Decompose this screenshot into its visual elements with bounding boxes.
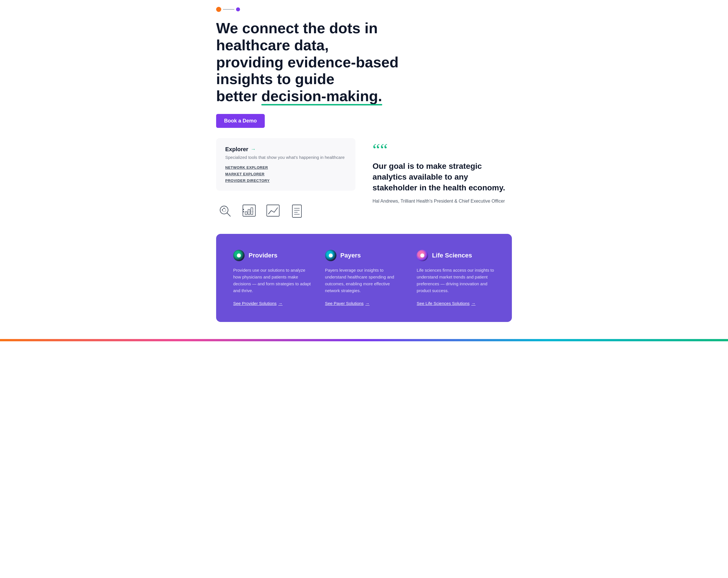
trend-line-svg xyxy=(266,204,280,219)
main-content-area: Explorer → Specialized tools that show y… xyxy=(216,138,512,220)
svg-rect-13 xyxy=(292,205,302,217)
svg-point-10 xyxy=(243,209,244,210)
search-analytics-svg xyxy=(218,204,233,219)
providers-header: Providers xyxy=(233,250,311,261)
explorer-title-row: Explorer → xyxy=(225,146,346,153)
dots-connector xyxy=(216,0,512,12)
quote-text: Our goal is to make strategic analytics … xyxy=(372,161,512,193)
provider-directory-link[interactable]: PROVIDER DIRECTORY xyxy=(225,178,346,183)
document-icon[interactable] xyxy=(288,202,306,220)
quote-marks: ““ xyxy=(372,143,512,156)
chart-bar-svg xyxy=(242,204,257,219)
see-payer-solutions-link[interactable]: See Payer Solutions → xyxy=(325,301,370,306)
market-explorer-link[interactable]: MARKET EXPLORER xyxy=(225,172,346,176)
headline-line1: We connect the dots in healthcare data, xyxy=(216,20,378,53)
svg-rect-7 xyxy=(248,210,250,215)
svg-line-1 xyxy=(227,213,230,216)
payers-column: Payers Payers leverage our insights to u… xyxy=(325,250,403,306)
chart-bar-icon[interactable] xyxy=(240,202,258,220)
payers-header: Payers xyxy=(325,250,403,261)
life-sciences-header: Life Sciences xyxy=(417,250,495,261)
payers-inner-dot xyxy=(329,253,333,257)
providers-icon xyxy=(233,250,244,261)
headline-underline: decision-making. xyxy=(261,88,382,104)
providers-link-arrow: → xyxy=(279,301,283,306)
footer-gradient-bar xyxy=(0,339,728,341)
quote-section: ““ Our goal is to make strategic analyti… xyxy=(372,138,512,204)
quote-author: Hal Andrews, Trilliant Health’s Presiden… xyxy=(372,199,512,204)
see-payer-solutions-text: See Payer Solutions xyxy=(325,301,364,306)
icons-row xyxy=(216,202,356,220)
see-provider-solutions-link[interactable]: See Provider Solutions → xyxy=(233,301,283,306)
see-life-sciences-solutions-link[interactable]: See Life Sciences Solutions → xyxy=(417,301,475,306)
payers-title: Payers xyxy=(340,252,361,259)
headline-line3-plain: better xyxy=(216,88,261,104)
see-life-sciences-solutions-text: See Life Sciences Solutions xyxy=(417,301,469,306)
explorer-card: Explorer → Specialized tools that show y… xyxy=(216,138,356,191)
payers-icon xyxy=(325,250,336,261)
svg-rect-12 xyxy=(267,205,279,216)
main-headline: We connect the dots in healthcare data, … xyxy=(216,20,438,105)
payers-link-arrow: → xyxy=(365,301,370,306)
headline-line2: providing evidence-based insights to gui… xyxy=(216,54,399,87)
network-explorer-link[interactable]: NETWORK EXPLORER xyxy=(225,165,346,170)
life-sciences-column: Life Sciences Life sciences firms access… xyxy=(417,250,495,306)
life-sciences-inner-dot xyxy=(420,253,424,257)
life-sciences-description: Life sciences firms access our insights … xyxy=(417,267,495,294)
explorer-links: NETWORK EXPLORER MARKET EXPLORER PROVIDE… xyxy=(225,165,346,183)
providers-title: Providers xyxy=(249,252,278,259)
svg-rect-8 xyxy=(251,208,253,215)
providers-description: Providers use our solutions to analyze h… xyxy=(233,267,311,294)
book-demo-button[interactable]: Book a Demo xyxy=(216,114,265,128)
providers-inner-dot xyxy=(237,253,241,257)
document-svg xyxy=(289,204,304,219)
payers-description: Payers leverage our insights to understa… xyxy=(325,267,403,294)
explorer-arrow: → xyxy=(251,146,256,152)
explorer-title-text: Explorer xyxy=(225,146,248,153)
search-analytics-icon[interactable] xyxy=(216,202,234,220)
svg-point-4 xyxy=(224,208,225,209)
explorer-subtitle: Specialized tools that show you what's h… xyxy=(225,155,346,160)
life-sciences-icon xyxy=(417,250,428,261)
connector-line xyxy=(223,9,234,10)
svg-rect-6 xyxy=(245,212,247,215)
life-sciences-title: Life Sciences xyxy=(432,252,472,259)
solutions-section: Providers Providers use our solutions to… xyxy=(216,234,512,322)
providers-column: Providers Providers use our solutions to… xyxy=(233,250,311,306)
see-provider-solutions-text: See Provider Solutions xyxy=(233,301,277,306)
left-column: Explorer → Specialized tools that show y… xyxy=(216,138,356,220)
orange-dot xyxy=(216,7,221,12)
life-sciences-link-arrow: → xyxy=(471,301,475,306)
purple-dot xyxy=(236,7,240,11)
svg-point-3 xyxy=(222,210,223,211)
trend-line-icon[interactable] xyxy=(264,202,282,220)
svg-point-9 xyxy=(243,211,244,212)
